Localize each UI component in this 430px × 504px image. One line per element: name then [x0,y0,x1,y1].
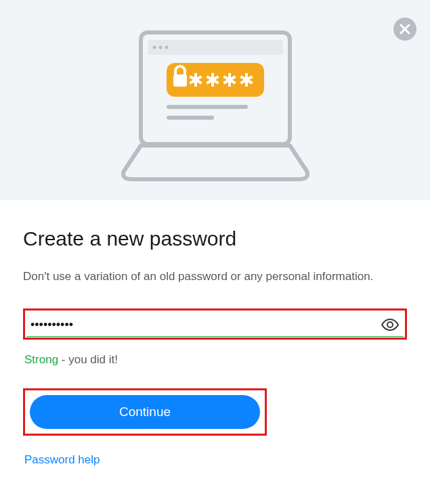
continue-button[interactable]: Continue [30,395,260,429]
svg-rect-7 [167,105,248,109]
close-button[interactable] [393,18,416,41]
svg-point-2 [152,46,156,49]
svg-rect-6 [173,74,187,87]
content-area: Create a new password Don't use a variat… [0,200,430,467]
toggle-visibility-button[interactable] [381,318,400,331]
close-icon [393,18,416,41]
subtitle-text: Don't use a variation of an old password… [23,268,407,285]
password-input[interactable]: •••••••••• [26,313,404,337]
laptop-password-illustration [114,29,317,185]
password-strength-text: Strong - you did it! [23,353,407,367]
password-field-highlight: •••••••••• [23,308,407,340]
svg-point-4 [165,46,168,49]
hero-banner [0,0,430,200]
continue-button-highlight: Continue [23,388,267,436]
svg-point-3 [158,46,162,49]
strength-suffix: - you did it! [58,353,118,366]
svg-point-9 [387,322,393,327]
eye-icon [381,318,400,331]
svg-rect-8 [167,116,214,120]
strength-label: Strong [24,353,58,366]
password-value-masked: •••••••••• [30,318,375,332]
page-title: Create a new password [23,227,407,250]
password-help-link[interactable]: Password help [23,453,407,467]
